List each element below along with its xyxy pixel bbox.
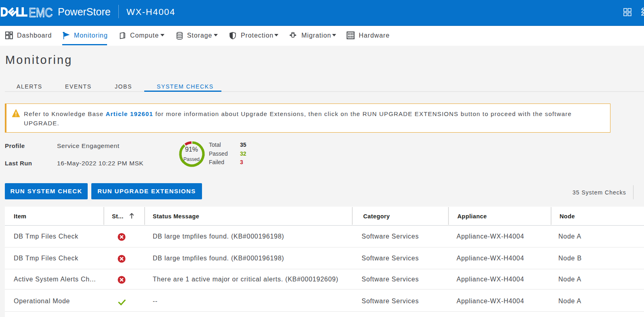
svg-text:91%: 91% xyxy=(185,146,198,153)
svg-text:Passed: Passed xyxy=(183,156,200,162)
